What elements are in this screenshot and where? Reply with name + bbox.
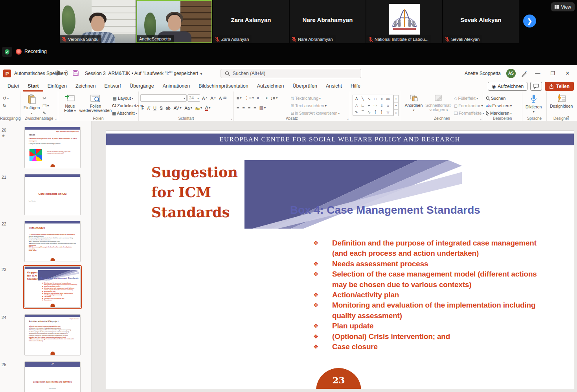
ribbon-tab[interactable]: Übergänge	[125, 81, 158, 92]
ribbon-tab[interactable]: Start	[23, 81, 43, 92]
shape-option[interactable]: }	[379, 109, 385, 115]
shape-option[interactable]: ↘	[366, 95, 372, 102]
slide-side-title[interactable]: Suggestion for ICM Standards	[151, 162, 238, 222]
columns-button[interactable]: ▥▾	[258, 104, 267, 112]
underline-button[interactable]: U	[152, 104, 158, 112]
italic-button[interactable]: K	[146, 104, 151, 112]
arrange-button[interactable]: Anordnen ▾	[403, 93, 424, 117]
shape-option[interactable]: ∿	[366, 109, 372, 115]
decor-triangles[interactable]	[244, 160, 462, 229]
quick-styles-button[interactable]: Schnellformat-vorlagen ▾	[424, 93, 453, 117]
user-name[interactable]: Anette Scoppetta	[465, 71, 501, 76]
participant-tile-zara[interactable]: Zara Aslanyan Zara Aslanyan	[213, 0, 289, 43]
slide-header-banner[interactable]: EUROPEAN CENTRE FOR SOCIAL WELFARE POLIC…	[106, 134, 574, 145]
new-slide-button[interactable]: Neue Folie ▾	[60, 93, 80, 117]
section-button[interactable]: ▦ Abschnitt ▾	[111, 110, 137, 117]
slide-box-title[interactable]: Box 4: Case Management Standards	[290, 204, 480, 216]
powerpoint-icon[interactable]: P	[3, 70, 11, 77]
view-button[interactable]: View	[551, 2, 575, 11]
shape-option[interactable]: ✎	[353, 109, 360, 115]
cut-button[interactable]: ✂	[41, 95, 50, 102]
shape-option[interactable]: ╲	[360, 95, 366, 102]
justify-button[interactable]: ≡	[252, 104, 257, 112]
search-input[interactable]: Suchen (Alt+M)	[221, 69, 361, 78]
shape-option[interactable]: ⇩	[379, 102, 385, 109]
character-spacing-button[interactable]: AV▾	[173, 104, 183, 112]
shape-effects-button[interactable]: ❏ Formeffekte ▾	[453, 110, 481, 117]
grow-font-button[interactable]: A˄	[201, 95, 208, 102]
slide-thumbnail-25[interactable]: ℯ Cooperation agreements and activities …	[24, 361, 81, 392]
shape-option[interactable]: △	[353, 102, 360, 109]
ribbon-tab[interactable]: Bildschirmpräsentation	[194, 81, 252, 92]
shape-option[interactable]: ⌒	[360, 109, 366, 115]
align-right-button[interactable]: ≡	[247, 104, 252, 112]
align-left-button[interactable]: ≡	[235, 104, 240, 112]
shapes-gallery-scroll[interactable]: ▲▼≡	[393, 95, 399, 116]
change-case-button[interactable]: Aa▾	[184, 104, 193, 112]
ribbon-tab[interactable]: Hilfe	[346, 81, 365, 92]
redo-button[interactable]: ↻	[2, 102, 18, 109]
find-button[interactable]: Suchen	[485, 95, 520, 102]
shape-fill-button[interactable]: ◇ Fülleffekt ▾	[453, 95, 481, 102]
shape-option[interactable]: □	[372, 95, 379, 102]
shape-option[interactable]: ∟	[360, 102, 366, 109]
participant-tile-sevak[interactable]: Sevak Alekyan Sevak Alekyan	[443, 0, 519, 43]
format-painter-icon[interactable]: ✎	[41, 110, 50, 117]
participant-tile-anette-active-speaker[interactable]: AnetteScoppetta	[136, 0, 212, 43]
shape-option[interactable]: ⌐	[366, 102, 372, 109]
ribbon-tab[interactable]: Entwurf	[100, 81, 125, 92]
shrink-font-button[interactable]: A˅	[209, 95, 217, 102]
text-shadow-button[interactable]: S	[158, 104, 164, 112]
line-spacing-button[interactable]: ↕≡▾	[269, 95, 279, 102]
ribbon-tab[interactable]: Datei	[3, 81, 23, 92]
ribbon-tab[interactable]: Einfügen	[43, 81, 71, 92]
ribbon-tab[interactable]: Animationen	[158, 81, 195, 92]
document-title[interactable]: Session 3_ARM&TJK • Auf "Laufwerk "I:"" …	[85, 71, 203, 76]
font-size-input[interactable]: 24▾	[187, 94, 200, 102]
reset-button[interactable]: 🗘 Zurücksetzen	[111, 102, 137, 109]
close-button[interactable]: ✕	[563, 70, 572, 76]
dialog-launcher-icon[interactable]: ⌟	[231, 117, 232, 120]
ribbon-tab[interactable]: Ansicht	[322, 81, 346, 92]
slide-thumbnail-23-selected[interactable]: Suggestionfor ICMStandards Box 4: Case M…	[24, 266, 81, 308]
align-center-button[interactable]: ≡	[241, 104, 246, 112]
increase-indent-button[interactable]: ⇥	[263, 95, 268, 102]
slide-bullet-list[interactable]: ❖ Definition and the purpose of integrat…	[313, 238, 553, 352]
select-button[interactable]: Markieren ▾	[485, 110, 520, 117]
font-name-select[interactable]: ▾	[140, 94, 187, 102]
numbered-list-button[interactable]: ⋮≡▾	[243, 95, 255, 102]
comments-button[interactable]	[530, 82, 542, 91]
save-icon[interactable]	[72, 70, 79, 76]
record-button[interactable]: ◉ Aufzeichnen	[488, 82, 528, 91]
pen-sparkle-icon[interactable]	[521, 70, 527, 77]
bold-button[interactable]: F	[140, 104, 145, 112]
dialog-launcher-icon[interactable]: ⌟	[347, 117, 349, 120]
copy-button[interactable]: ❐ ▾	[41, 102, 50, 109]
slide-thumbnail-21[interactable]: Core elements of ICM Input Session	[24, 174, 81, 215]
shape-option[interactable]: ▭	[385, 95, 391, 102]
layout-button[interactable]: ▤ Layout ▾	[111, 95, 137, 102]
clear-formatting-button[interactable]: A⌫	[218, 95, 228, 102]
restore-button[interactable]: ❐	[548, 70, 557, 76]
convert-smartart-button[interactable]: ⊟ In SmartArt konvertieren ▾	[290, 110, 348, 117]
ribbon-tab[interactable]: Überprüfen	[288, 81, 322, 92]
bullet-list-button[interactable]: ≡▾	[235, 95, 243, 102]
shape-outline-button[interactable]: ◻ Formkontur ▾	[453, 102, 481, 109]
participant-tile-nare[interactable]: Nare Abrahamyan Nare Abrahamyan	[290, 0, 366, 43]
slide-thumbnail-20[interactable]: Input sessions: Main scope of ICM Tasks …	[24, 127, 81, 168]
decrease-indent-button[interactable]: ⇤	[256, 95, 262, 102]
security-shield-icon[interactable]	[2, 47, 12, 57]
minimize-button[interactable]: —	[533, 70, 542, 76]
shape-option[interactable]: ⇨	[372, 102, 379, 109]
reuse-slides-button[interactable]: Folienwiederverwenden	[80, 93, 111, 117]
slide-canvas[interactable]: EUROPEAN CENTRE FOR SOCIAL WELFARE POLIC…	[106, 131, 574, 389]
next-participants-button[interactable]: ❯	[523, 15, 536, 27]
align-text-button[interactable]: ⊞ Text ausrichten ▾	[290, 102, 348, 109]
design-ideas-button[interactable]: Designideen	[548, 93, 574, 110]
ribbon-tab[interactable]: Aufzeichnen	[253, 81, 288, 92]
share-button[interactable]: Teilen	[545, 82, 574, 91]
dictate-button[interactable]: Diktieren▾	[524, 93, 543, 115]
replace-button[interactable]: abc Ersetzen ▾	[485, 102, 520, 109]
shape-option[interactable]: A	[353, 95, 360, 102]
collapse-ribbon-button[interactable]: ⌄	[567, 114, 570, 118]
